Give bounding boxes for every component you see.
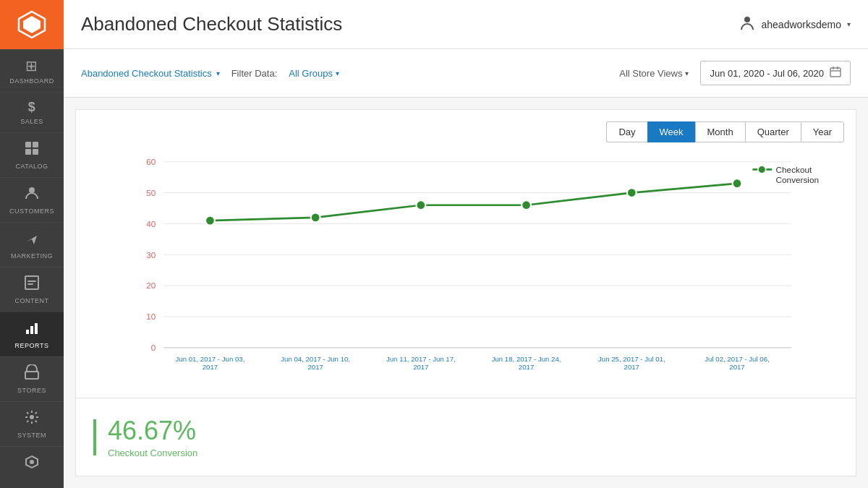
sidebar-item-label: STORES (17, 387, 46, 394)
svg-point-16 (30, 460, 34, 464)
sidebar-item-marketing[interactable]: MARKETING (0, 222, 64, 267)
svg-text:30: 30 (146, 250, 156, 260)
user-icon (739, 14, 755, 34)
username: aheadworksdemo (761, 19, 841, 30)
svg-text:Jun 01, 2017 - Jun 03,: Jun 01, 2017 - Jun 03, (176, 355, 245, 363)
svg-rect-3 (33, 142, 38, 147)
stat-value: 46.67% (108, 416, 197, 446)
svg-text:2017: 2017 (519, 363, 534, 371)
marketing-icon (24, 230, 40, 249)
sidebar-item-label: REPORTS (15, 342, 49, 349)
date-range-picker[interactable]: Jun 01, 2020 - Jul 06, 2020 (700, 61, 851, 85)
sidebar-item-stores[interactable]: STORES (0, 356, 64, 401)
group-selector-label: All Groups (289, 68, 333, 79)
store-chevron-icon: ▾ (685, 69, 689, 77)
page-title: Abandoned Checkout Statistics (81, 13, 342, 35)
svg-rect-8 (25, 276, 38, 289)
sidebar-item-content[interactable]: CONTENT (0, 267, 64, 312)
svg-rect-9 (27, 281, 36, 282)
sidebar-item-catalog[interactable]: CATALOG (0, 132, 64, 177)
store-selector-label: All Store Views (619, 68, 682, 79)
customers-icon (24, 185, 40, 205)
svg-text:0: 0 (151, 343, 156, 352)
sidebar-item-label: SYSTEM (17, 432, 46, 439)
svg-text:2017: 2017 (729, 363, 744, 371)
checkout-conversion-stat: 46.67% Checkout Conversion (75, 398, 856, 476)
chart-point (416, 200, 425, 210)
sidebar-item-label: SALES (20, 118, 43, 125)
report-selector-label: Abandoned Checkout Statistics (81, 68, 212, 79)
logo[interactable] (0, 0, 64, 49)
month-button[interactable]: Month (695, 121, 745, 142)
svg-text:Jun 18, 2017 - Jun 24,: Jun 18, 2017 - Jun 24, (492, 355, 561, 363)
svg-text:Jun 25, 2017 - Jul 01,: Jun 25, 2017 - Jul 01, (598, 355, 665, 363)
svg-text:50: 50 (146, 188, 156, 197)
svg-rect-2 (25, 142, 31, 147)
svg-text:20: 20 (146, 281, 156, 290)
svg-marker-7 (27, 236, 37, 244)
stores-icon (24, 364, 40, 384)
sidebar-item-system[interactable]: SYSTEM (0, 401, 64, 446)
sales-icon: $ (28, 100, 36, 115)
chart-point (627, 188, 637, 197)
chart-panel: Day Week Month Quarter Year 60 50 (75, 109, 856, 398)
sidebar-item-sales[interactable]: $ SALES (0, 92, 64, 132)
system-icon (24, 409, 40, 429)
main-content: Abandoned Checkout Statistics aheadworks… (64, 0, 868, 488)
catalog-icon (24, 140, 40, 160)
store-selector[interactable]: All Store Views ▾ (619, 68, 689, 79)
reports-icon (24, 320, 40, 339)
sidebar-item-reports[interactable]: REPORTS (0, 312, 64, 356)
svg-text:2017: 2017 (413, 363, 428, 371)
svg-text:Jun 11, 2017 - Jun 17,: Jun 11, 2017 - Jun 17, (386, 355, 456, 363)
svg-rect-4 (25, 149, 31, 155)
chart-point (733, 179, 742, 188)
svg-rect-18 (830, 68, 841, 77)
sidebar-item-customers[interactable]: CUSTOMERS (0, 177, 64, 222)
group-chevron-icon: ▾ (336, 69, 339, 77)
chart-point (311, 213, 320, 222)
svg-text:Jun 04, 2017 - Jun 10,: Jun 04, 2017 - Jun 10, (281, 355, 350, 363)
user-chevron-icon: ▾ (847, 20, 851, 28)
stat-details: 46.67% Checkout Conversion (108, 416, 197, 458)
svg-text:Jul 02, 2017 - Jul 06,: Jul 02, 2017 - Jul 06, (705, 355, 769, 363)
svg-point-6 (29, 187, 35, 193)
svg-text:10: 10 (146, 312, 156, 321)
report-selector[interactable]: Abandoned Checkout Statistics ▾ (81, 68, 220, 79)
day-button[interactable]: Day (606, 121, 647, 142)
svg-text:Conversion: Conversion (776, 175, 820, 184)
sidebar-item-label: CONTENT (15, 297, 49, 304)
svg-text:2017: 2017 (307, 363, 323, 371)
sidebar-item-dashboard[interactable]: ⊞ DASHBOARD (0, 49, 64, 92)
quarter-button[interactable]: Quarter (745, 121, 801, 142)
week-button[interactable]: Week (647, 121, 695, 142)
svg-text:2017: 2017 (624, 363, 639, 371)
svg-text:2017: 2017 (203, 363, 218, 371)
svg-point-15 (30, 415, 34, 419)
svg-text:40: 40 (146, 219, 156, 228)
calendar-icon (830, 66, 841, 80)
svg-rect-11 (26, 330, 29, 334)
user-menu[interactable]: aheadworksdemo ▾ (739, 14, 851, 34)
sidebar-item-label: CATALOG (15, 163, 48, 170)
svg-text:60: 60 (146, 157, 156, 166)
sidebar-item-label: MARKETING (11, 252, 53, 260)
svg-rect-10 (27, 283, 33, 285)
top-header: Abandoned Checkout Statistics aheadworks… (64, 0, 868, 49)
filter-bar: Abandoned Checkout Statistics ▾ Filter D… (64, 49, 868, 98)
group-selector[interactable]: All Groups ▾ (289, 68, 339, 79)
sidebar-item-label: CUSTOMERS (9, 207, 54, 215)
sidebar-item-extensions[interactable] (0, 446, 64, 484)
svg-rect-5 (33, 149, 38, 155)
svg-rect-13 (35, 323, 38, 334)
svg-point-17 (744, 17, 750, 22)
time-period-buttons: Day Week Month Quarter Year (88, 121, 844, 142)
filter-data-label: Filter Data: (231, 68, 278, 79)
sidebar-item-label: DASHBOARD (9, 77, 54, 85)
dashboard-icon: ⊞ (25, 57, 38, 74)
sidebar: ⊞ DASHBOARD $ SALES CATALOG CUSTOMERS (0, 0, 64, 488)
year-button[interactable]: Year (801, 121, 844, 142)
svg-text:Checkout: Checkout (776, 165, 812, 174)
extensions-icon (24, 454, 40, 474)
chart-container: 60 50 40 30 20 10 (88, 154, 844, 386)
